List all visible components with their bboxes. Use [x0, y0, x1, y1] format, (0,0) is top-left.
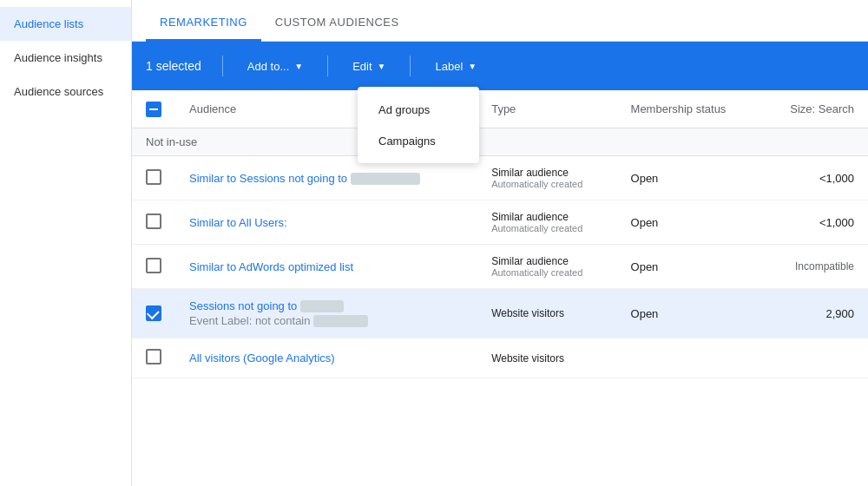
row-4-type-main: Website visitors	[491, 307, 602, 319]
row-4-sub-blurred	[313, 315, 368, 327]
row-4-name-blurred	[300, 300, 344, 312]
edit-button[interactable]: Edit ▼	[342, 53, 396, 80]
sidebar-item-audience-sources[interactable]: Audience sources	[0, 75, 131, 108]
dropdown-item-campaigns[interactable]: Campaigns	[358, 125, 479, 156]
row-2-audience-cell: Similar to All Users:	[175, 200, 477, 245]
label-button[interactable]: Label ▼	[424, 53, 487, 80]
row-5-checkbox[interactable]	[146, 349, 161, 364]
col-type: Type	[477, 90, 616, 128]
tab-custom-audiences[interactable]: CUSTOM AUDIENCES	[261, 5, 413, 42]
row-4-type-cell: Website visitors	[477, 289, 616, 338]
row-4-membership: Open	[617, 289, 761, 338]
row-2-type-cell: Similar audience Automatically created	[477, 200, 616, 245]
tab-bar: REMARKETING CUSTOM AUDIENCES	[132, 0, 868, 42]
row-3-type-main: Similar audience	[491, 255, 602, 267]
table-row: Similar to All Users: Similar audience A…	[132, 200, 868, 245]
row-4-audience-sub: Event Label: not contain	[189, 314, 464, 327]
toolbar-divider-1	[222, 56, 223, 76]
row-1-type-main: Similar audience	[491, 167, 602, 179]
row-4-size: 2,900	[760, 289, 868, 338]
row-3-membership: Open	[617, 245, 761, 289]
row-3-type-cell: Similar audience Automatically created	[477, 245, 616, 289]
row-2-checkbox[interactable]	[146, 213, 161, 229]
row-3-checkbox[interactable]	[146, 258, 161, 273]
row-5-size	[760, 338, 868, 378]
toolbar-divider-3	[410, 56, 411, 76]
table-row: Sessions not going to Event Label: not c…	[132, 289, 868, 338]
sidebar-item-audience-insights[interactable]: Audience insights	[0, 41, 131, 75]
row-4-audience-cell: Sessions not going to Event Label: not c…	[175, 289, 477, 338]
col-membership-status: Membership status	[617, 90, 761, 128]
table-row: All visitors (Google Analytics) Website …	[132, 338, 868, 378]
row-1-size: <1,000	[760, 156, 868, 200]
audience-table-wrap: Audience Type Membership status Size: Se…	[132, 90, 868, 486]
dropdown-item-ad-groups[interactable]: Ad groups	[358, 94, 479, 125]
row-5-type-cell: Website visitors	[477, 338, 616, 378]
table-row: Similar to AdWords optimized list Simila…	[132, 245, 868, 289]
row-3-audience-cell: Similar to AdWords optimized list	[175, 245, 477, 289]
row-3-audience-name[interactable]: Similar to AdWords optimized list	[189, 260, 353, 273]
add-to-chevron-icon: ▼	[294, 62, 303, 71]
row-4-checkbox[interactable]	[146, 305, 161, 321]
row-3-size: Incompatible	[760, 245, 868, 289]
row-1-blurred	[351, 173, 420, 185]
row-2-type-sub: Automatically created	[491, 223, 602, 233]
row-5-audience-cell: All visitors (Google Analytics)	[175, 338, 477, 378]
add-to-button[interactable]: Add to... ▼	[237, 53, 313, 80]
add-to-dropdown: Ad groups Campaigns	[358, 87, 479, 163]
row-1-audience-name[interactable]: Similar to Sessions not going to	[189, 172, 347, 185]
table-row: Similar to Sessions not going to Similar…	[132, 156, 868, 200]
selected-count: 1 selected	[146, 59, 201, 73]
audience-table: Audience Type Membership status Size: Se…	[132, 90, 868, 378]
section-not-in-use: Not in-use	[132, 128, 868, 156]
row-2-membership: Open	[617, 200, 761, 245]
sidebar: Audience lists Audience insights Audienc…	[0, 0, 132, 486]
row-1-type-cell: Similar audience Automatically created	[477, 156, 616, 200]
row-4-audience-name[interactable]: Sessions not going to	[189, 299, 297, 312]
sidebar-item-audience-lists[interactable]: Audience lists	[0, 7, 131, 41]
edit-chevron-icon: ▼	[378, 62, 386, 71]
row-5-audience-name[interactable]: All visitors (Google Analytics)	[189, 351, 335, 364]
row-2-audience-name[interactable]: Similar to All Users:	[189, 216, 287, 229]
row-1-checkbox[interactable]	[146, 169, 161, 185]
select-all-checkbox[interactable]	[146, 102, 161, 117]
row-5-type-main: Website visitors	[491, 352, 602, 364]
row-2-size: <1,000	[760, 200, 868, 245]
label-chevron-icon: ▼	[468, 62, 477, 71]
row-1-membership: Open	[617, 156, 761, 200]
col-size-search: Size: Search	[760, 90, 868, 128]
toolbar: 1 selected Add to... ▼ Edit ▼ Label ▼ Ad…	[132, 42, 868, 90]
tab-remarketing[interactable]: REMARKETING	[146, 5, 261, 42]
main-content: REMARKETING CUSTOM AUDIENCES 1 selected …	[132, 0, 868, 486]
row-3-type-sub: Automatically created	[491, 267, 602, 278]
row-2-type-main: Similar audience	[491, 211, 602, 223]
toolbar-divider-2	[327, 56, 328, 76]
row-1-type-sub: Automatically created	[491, 179, 602, 189]
row-5-membership	[617, 338, 761, 378]
